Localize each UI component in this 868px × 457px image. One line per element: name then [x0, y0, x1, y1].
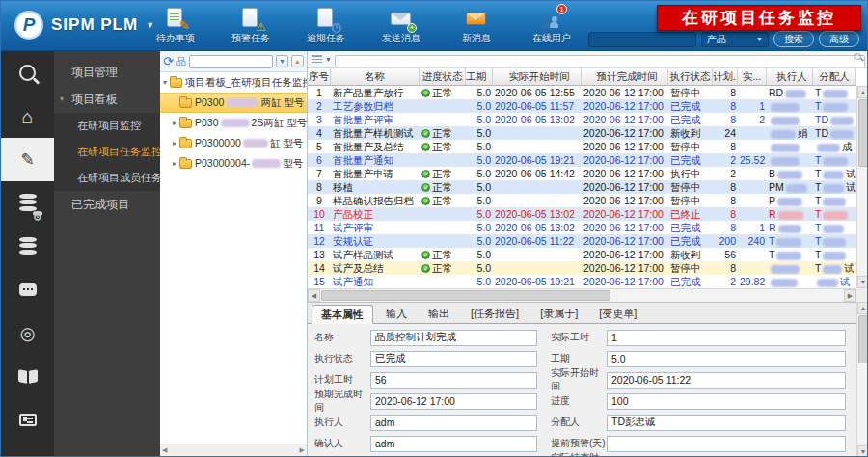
- collapsed-caret-icon[interactable]: ▸: [170, 159, 179, 168]
- hierarchy-icon[interactable]: 品: [176, 55, 186, 68]
- database-settings-icon[interactable]: ⚙: [1, 181, 54, 225]
- toolbar-todo-button[interactable]: ✎待办事项: [146, 8, 205, 45]
- detail-tab-3[interactable]: [任务报告]: [462, 305, 528, 323]
- column-header-3[interactable]: 工期: [466, 68, 493, 85]
- column-header-6[interactable]: 执行状态: [668, 68, 713, 85]
- detail-scroll-down-arrow[interactable]: ▼: [857, 445, 868, 457]
- advanced-search-button[interactable]: 高级: [819, 31, 859, 47]
- scroll-right-arrow[interactable]: ▶: [844, 289, 856, 302]
- column-header-1[interactable]: 名称: [331, 68, 420, 85]
- table-row[interactable]: 9样品确认报告归档正常5.02020-06-12 17:00暂停中8PT: [308, 194, 856, 207]
- task-search-input[interactable]: [335, 55, 865, 67]
- field-input-left-2[interactable]: [370, 372, 537, 389]
- column-header-2[interactable]: 进度状态: [420, 68, 466, 85]
- table-row[interactable]: 11试产评审5.02020-06-05 13:022020-06-12 17:0…: [308, 221, 856, 234]
- toolbar-new-message-button[interactable]: 新消息: [447, 8, 506, 45]
- tree-root-item[interactable]: ▾项目看板_在研项目任务监控: [160, 72, 307, 93]
- detail-tab-0[interactable]: 基本属性: [312, 305, 373, 324]
- table-row[interactable]: 14试产及总结正常5.02020-06-12 17:00暂停中8T试: [308, 261, 856, 275]
- scroll-left-arrow[interactable]: ◀: [308, 289, 320, 302]
- chat-icon[interactable]: [1, 268, 54, 311]
- sidebar-item-1[interactable]: ▾项目看板: [54, 86, 160, 113]
- tree-item-1[interactable]: ▸P0302S两缸 型号: [160, 113, 307, 133]
- field-input-right-1[interactable]: [607, 351, 846, 367]
- toolbar-online-users-button[interactable]: 1在线用户: [522, 8, 582, 45]
- sidebar-item-5[interactable]: 已完成项目: [54, 191, 160, 218]
- table-row[interactable]: 1新产品量产放行正常5.02020-06-05 12:552020-06-12 …: [308, 86, 856, 99]
- tree-horizontal-scrollbar[interactable]: ◀▶: [160, 444, 307, 456]
- field-input-right-5[interactable]: [607, 436, 846, 452]
- field-input-left-1[interactable]: [370, 351, 537, 367]
- detail-tab-2[interactable]: 输出: [420, 305, 458, 323]
- edit-monitor-icon[interactable]: ✎: [1, 138, 54, 181]
- view-options-icon[interactable]: [312, 55, 322, 64]
- table-row[interactable]: 13试产样品测试正常5.02020-06-12 17:00新收到56TT: [308, 248, 856, 261]
- book-icon[interactable]: [1, 355, 54, 398]
- home-icon[interactable]: ⌂: [1, 94, 54, 138]
- table-row[interactable]: 6首批量产通知5.02020-06-05 19:212020-06-12 17:…: [308, 153, 856, 167]
- sidebar-item-4[interactable]: 在研项目成员任务监控: [54, 165, 160, 191]
- table-row[interactable]: 8移植正常5.02020-06-12 17:00暂停中8PMT试: [308, 180, 856, 194]
- scroll-up-arrow[interactable]: ▲: [857, 86, 868, 98]
- search-button[interactable]: 搜索: [773, 31, 814, 47]
- field-input-left-5[interactable]: [370, 436, 537, 452]
- collapsed-caret-icon[interactable]: ▸: [170, 139, 179, 148]
- toolbar-send-message-button[interactable]: +发送消息: [371, 8, 431, 45]
- column-header-0[interactable]: 序号: [308, 68, 331, 85]
- table-row[interactable]: 5首批量产及总结正常5.02020-06-12 17:00暂停中8成: [308, 140, 856, 153]
- sidebar-item-3[interactable]: 在研项目任务监控: [54, 139, 160, 165]
- id-card-icon[interactable]: [1, 398, 54, 442]
- table-row[interactable]: 2工艺参数归档5.02020-06-05 11:572020-06-12 17:…: [308, 99, 856, 113]
- refresh-icon[interactable]: ⟳: [163, 55, 174, 67]
- app-logo[interactable]: P SIPM PLM ▼: [14, 11, 154, 40]
- support-icon[interactable]: ◎: [1, 311, 54, 355]
- sidebar-item-2[interactable]: 在研项目监控: [54, 113, 160, 139]
- field-input-right-0[interactable]: [607, 330, 846, 346]
- detail-tab-1[interactable]: 输入: [377, 305, 416, 323]
- table-row[interactable]: 10产品校正5.02020-06-05 13:022020-06-12 17:0…: [308, 207, 856, 221]
- expand-down-button[interactable]: ▼: [276, 55, 288, 67]
- detail-scroll-thumb[interactable]: [858, 315, 868, 363]
- toolbar-overdue-task-button[interactable]: ◷逾期任务: [296, 8, 356, 45]
- column-header-7[interactable]: 计划..: [713, 68, 738, 85]
- scroll-down-arrow[interactable]: ▼: [857, 276, 868, 288]
- sidebar-item-0[interactable]: 项目管理: [54, 59, 160, 86]
- table-row[interactable]: 4首批量产样机测试正常5.02020-06-12 17:00新收到24娟TD: [308, 126, 856, 140]
- table-row[interactable]: 12安规认证5.02020-06-05 11:222020-06-12 17:0…: [308, 234, 856, 248]
- table-row[interactable]: 15试产通知5.02020-06-05 19:212020-06-12 17:0…: [308, 275, 856, 288]
- column-header-9[interactable]: 执行人: [767, 68, 813, 85]
- field-input-left-3[interactable]: [370, 393, 537, 410]
- table-horizontal-scrollbar[interactable]: ◀ ▶: [308, 288, 856, 302]
- field-input-right-3[interactable]: [607, 393, 846, 410]
- collapse-up-button[interactable]: ▲: [291, 55, 304, 67]
- field-input-left-0[interactable]: [370, 330, 537, 346]
- table-row[interactable]: 3首批量产评审5.02020-06-05 13:022020-06-12 17:…: [308, 113, 856, 126]
- field-input-right-2[interactable]: [607, 372, 846, 389]
- detail-scroll-up-arrow[interactable]: ▲: [857, 302, 868, 314]
- view-options-caret-icon[interactable]: ▼: [325, 56, 332, 63]
- toolbar-warning-task-button[interactable]: ⚠预警任务: [221, 8, 281, 45]
- detail-tab-4[interactable]: [隶属于]: [531, 305, 586, 323]
- global-search-input[interactable]: [588, 32, 696, 47]
- sipm-search-icon[interactable]: [1, 51, 54, 94]
- tree-filter-input[interactable]: [189, 55, 273, 68]
- detail-vertical-scrollbar[interactable]: ▲ ▼: [856, 302, 868, 457]
- field-input-right-4[interactable]: [607, 415, 846, 431]
- horizontal-scroll-thumb[interactable]: [321, 290, 610, 301]
- field-input-left-4[interactable]: [370, 415, 537, 431]
- column-header-4[interactable]: 实际开始时间: [493, 68, 582, 85]
- database-icon[interactable]: [1, 225, 54, 268]
- collapsed-caret-icon[interactable]: ▸: [170, 119, 179, 127]
- tree-item-2[interactable]: ▸P0300000缸 型号: [160, 133, 307, 153]
- column-header-10[interactable]: 分配人: [813, 68, 856, 85]
- tree-item-0[interactable]: P0300两缸 型号: [160, 93, 307, 113]
- search-category-select[interactable]: 产品▼: [701, 32, 769, 47]
- column-header-8[interactable]: 实...: [738, 68, 767, 85]
- table-row[interactable]: 7首批量产申请正常5.02020-06-05 14:422020-06-12 1…: [308, 167, 856, 180]
- table-vertical-scrollbar[interactable]: ▲ ▼: [856, 86, 868, 288]
- vertical-scroll-thumb[interactable]: [858, 99, 868, 167]
- detail-tab-5[interactable]: [变更单]: [590, 305, 645, 323]
- tree-item-3[interactable]: ▸P03000004-型号: [160, 153, 307, 174]
- executor: [767, 275, 813, 288]
- column-header-5[interactable]: 预计完成时间: [582, 68, 668, 85]
